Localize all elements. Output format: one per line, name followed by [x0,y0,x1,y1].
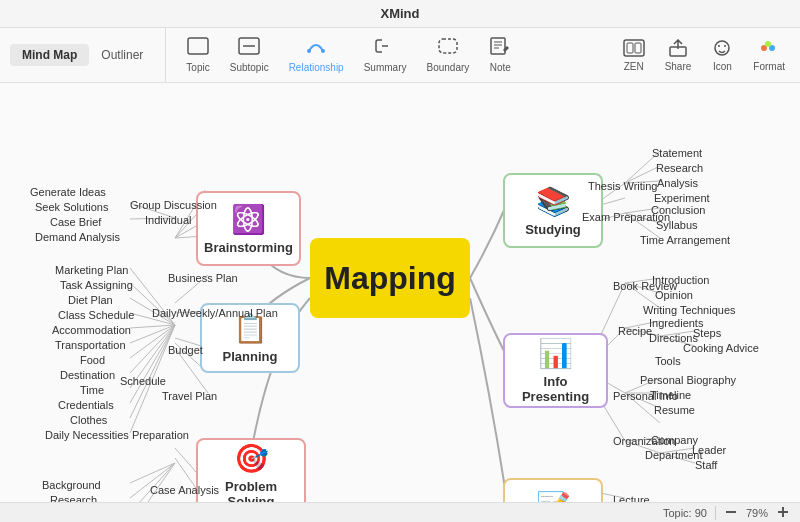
leaf-steps: Steps [693,327,721,339]
note-taking-node[interactable]: 📝 Note Taking [503,478,603,502]
svg-point-20 [765,41,771,47]
leaf-syllabus: Syllabus [656,219,698,231]
studying-label: Studying [525,222,581,237]
topic-tool[interactable]: Topic [186,37,209,73]
svg-line-46 [130,463,175,502]
share-label: Share [665,61,692,72]
leaf-opinion: Opinion [655,289,693,301]
svg-rect-6 [439,39,457,53]
separator [715,506,716,520]
leaf-schedule: Schedule [120,375,166,387]
leaf-preparation: Preparation [132,429,189,441]
zoom-in-button[interactable] [776,505,790,521]
leaf-generate-ideas: Generate Ideas [30,186,106,198]
leaf-budget: Budget [168,344,203,356]
leaf-research2: Research [656,162,703,174]
right-tools: ZEN Share Icon Format [608,39,800,72]
leaf-task-assigning: Task Assigning [60,279,133,291]
tool-buttons: Topic Subtopic Relationship Summary Boun… [166,37,607,73]
leaf-cooking-advice: Cooking Advice [683,342,759,354]
view-tabs: Mind Map Outliner [0,28,166,82]
tab-mindmap[interactable]: Mind Map [10,44,89,66]
info-presenting-label: Info Presenting [513,374,598,404]
central-node[interactable]: Mapping [310,238,470,318]
leaf-transportation: Transportation [55,339,126,351]
leaf-time-arrangement: Time Arrangement [640,234,730,246]
svg-rect-7 [491,38,505,54]
leaf-food: Food [80,354,105,366]
leaf-statement: Statement [652,147,702,159]
svg-line-31 [130,325,175,328]
icon-tool-label: Icon [713,61,732,72]
brainstorming-label: Brainstorming [204,240,293,255]
info-presenting-node[interactable]: 📊 Info Presenting [503,333,608,408]
note-taking-icon: 📝 [536,490,571,503]
svg-point-16 [718,45,720,47]
leaf-marketing-plan: Marketing Plan [55,264,128,276]
format-icon [758,39,780,59]
svg-point-3 [307,49,311,53]
note-icon [489,37,511,60]
problem-solving-icon: 🎯 [234,442,269,475]
icon-tool[interactable]: Icon [711,39,733,72]
summary-icon [374,37,396,60]
leaf-accommodation: Accommodation [52,324,131,336]
leaf-business-plan: Business Plan [168,272,238,284]
zoom-out-button[interactable] [724,505,738,521]
studying-icon: 📚 [536,185,571,218]
svg-line-44 [130,463,175,483]
svg-rect-13 [635,43,641,53]
zen-icon [623,39,645,59]
topic-label: Topic [186,62,209,73]
leaf-conclusion: Conclusion [651,204,705,216]
zen-tool[interactable]: ZEN [623,39,645,72]
leaf-staff: Staff [695,459,717,471]
svg-line-37 [130,325,175,418]
share-tool[interactable]: Share [665,39,692,72]
tab-outliner[interactable]: Outliner [89,44,155,66]
topic-icon [187,37,209,60]
boundary-icon [437,37,459,60]
svg-line-32 [130,325,175,343]
leaf-clothes: Clothes [70,414,107,426]
leaf-personal-biography: Personal Biography [640,374,736,386]
leaf-leader: Leader [692,444,726,456]
toolbar: Mind Map Outliner Topic Subtopic Relatio… [0,28,800,83]
svg-line-47 [130,463,175,502]
relationship-tool[interactable]: Relationship [289,37,344,73]
subtopic-icon [238,37,260,60]
topic-count: Topic: 90 [663,507,707,519]
subtopic-tool[interactable]: Subtopic [230,37,269,73]
relationship-label: Relationship [289,62,344,73]
leaf-introduction: Introduction [652,274,709,286]
summary-tool[interactable]: Summary [364,37,407,73]
format-label: Format [753,61,785,72]
leaf-demand-analysis: Demand Analysis [35,231,120,243]
leaf-group-discussion: Group Discussion [130,199,217,211]
leaf-analysis: Analysis [657,177,698,189]
boundary-tool[interactable]: Boundary [426,37,469,73]
problem-solving-label: Problem Solving [206,479,296,502]
note-label: Note [490,62,511,73]
brainstorming-icon: ⚛️ [231,203,266,236]
central-label: Mapping [324,260,456,297]
leaf-seek-solutions: Seek Solutions [35,201,108,213]
status-bar: Topic: 90 79% [0,502,800,522]
format-tool[interactable]: Format [753,39,785,72]
icon-tool-icon [711,39,733,59]
leaf-thesis-writing: Thesis Writing [588,180,657,192]
leaf-class-schedule: Class Schedule [58,309,134,321]
zoom-level: 79% [746,507,768,519]
leaf-destination: Destination [60,369,115,381]
planning-label: Planning [223,349,278,364]
note-tool[interactable]: Note [489,37,511,73]
title-bar: XMind [0,0,800,28]
canvas[interactable]: Mapping ⚛️ Brainstorming Generate Ideas … [0,83,800,502]
leaf-recipe: Recipe [618,325,652,337]
svg-rect-0 [188,38,208,54]
leaf-experiment: Experiment [654,192,710,204]
relationship-icon [305,37,327,60]
leaf-case-analysis: Case Analysis [150,484,219,496]
leaf-writing-techniques: Writing Techniques [643,304,736,316]
info-presenting-icon: 📊 [538,337,573,370]
